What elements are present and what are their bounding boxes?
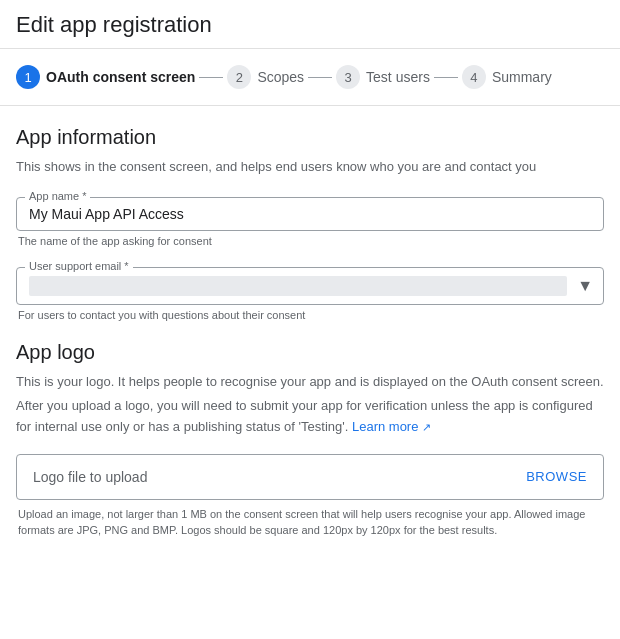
learn-more-label: Learn more [352, 419, 418, 434]
upload-hint-text: Upload an image, not larger than 1 MB on… [16, 506, 604, 539]
app-information-desc: This shows in the consent screen, and he… [16, 157, 604, 177]
app-information-title: App information [16, 126, 604, 149]
upload-placeholder-text: Logo file to upload [33, 469, 147, 485]
step-1-label: OAuth consent screen [46, 69, 195, 85]
app-logo-desc-2: After you upload a logo, you will need t… [16, 396, 604, 438]
browse-button[interactable]: BROWSE [526, 469, 587, 484]
step-4-label: Summary [492, 69, 552, 85]
app-name-label: App name * [25, 190, 90, 202]
step-2-circle: 2 [227, 65, 251, 89]
step-divider-1 [199, 77, 223, 78]
step-3-circle: 3 [336, 65, 360, 89]
app-logo-desc-1: This is your logo. It helps people to re… [16, 372, 604, 393]
user-support-email-label: User support email * [25, 260, 133, 272]
app-logo-section: App logo This is your logo. It helps peo… [16, 341, 604, 539]
external-link-icon: ↗ [422, 421, 431, 433]
user-support-email-wrapper[interactable]: User support email * ▼ [16, 267, 604, 305]
step-divider-2 [308, 77, 332, 78]
user-support-email-group: User support email * ▼ For users to cont… [16, 267, 604, 321]
user-support-email-hint: For users to contact you with questions … [16, 309, 604, 321]
app-name-input[interactable] [29, 206, 591, 222]
user-support-email-value [29, 276, 567, 296]
logo-upload-box: Logo file to upload BROWSE [16, 454, 604, 500]
learn-more-link[interactable]: Learn more ↗ [352, 419, 431, 434]
page-title: Edit app registration [16, 12, 604, 38]
main-content: App information This shows in the consen… [0, 106, 620, 555]
app-logo-title: App logo [16, 341, 604, 364]
step-3[interactable]: 3 Test users [336, 65, 430, 89]
app-name-wrapper: App name * [16, 197, 604, 231]
app-logo-desc-2-text: After you upload a logo, you will need t… [16, 398, 593, 434]
app-name-group: App name * The name of the app asking fo… [16, 197, 604, 247]
step-4[interactable]: 4 Summary [462, 65, 552, 89]
step-1[interactable]: 1 OAuth consent screen [16, 65, 195, 89]
page-header: Edit app registration [0, 0, 620, 49]
step-divider-3 [434, 77, 458, 78]
step-4-circle: 4 [462, 65, 486, 89]
app-name-hint: The name of the app asking for consent [16, 235, 604, 247]
step-3-label: Test users [366, 69, 430, 85]
step-1-circle: 1 [16, 65, 40, 89]
dropdown-arrow-icon: ▼ [577, 277, 593, 295]
stepper: 1 OAuth consent screen 2 Scopes 3 Test u… [0, 49, 620, 106]
step-2[interactable]: 2 Scopes [227, 65, 304, 89]
step-2-label: Scopes [257, 69, 304, 85]
